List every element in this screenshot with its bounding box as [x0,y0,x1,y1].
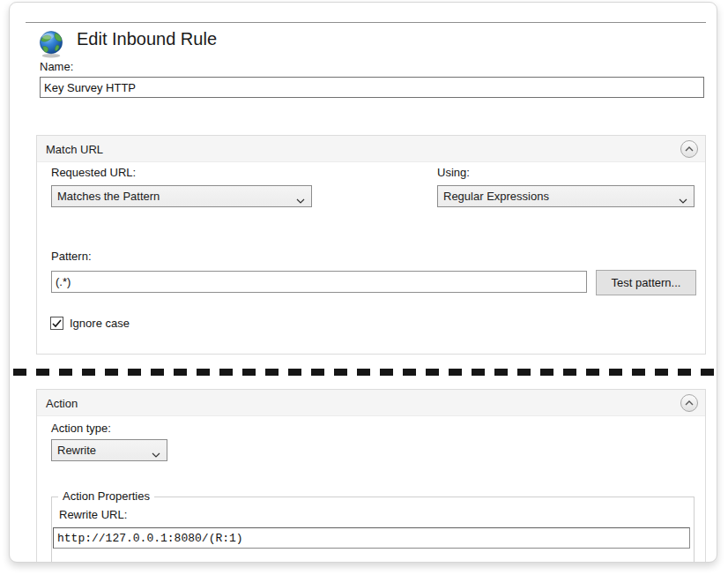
requested-url-select[interactable]: Matches the Pattern [51,185,312,207]
ignore-case-checkbox[interactable] [50,317,63,330]
page-title: Edit Inbound Rule [77,29,217,49]
match-url-header: Match URL [37,136,705,162]
name-label: Name: [40,60,73,73]
action-type-label: Action type: [51,422,111,435]
ignore-case-row: Ignore case [50,317,130,330]
requested-url-label: Requested URL: [51,166,136,179]
globe-icon [38,30,64,58]
action-properties-fieldset: Action Properties Rewrite URL: [51,497,695,563]
chevron-down-icon [152,447,160,460]
using-selected-value: Regular Expressions [443,190,549,203]
pattern-label: Pattern: [51,250,92,263]
edit-inbound-rule-dialog: Edit Inbound Rule Name: Match URL Reques… [9,2,717,563]
match-url-title: Match URL [46,143,103,156]
action-collapse-button[interactable] [680,394,698,412]
using-select[interactable]: Regular Expressions [437,185,695,207]
rewrite-url-input[interactable] [53,527,690,549]
rewrite-url-label: Rewrite URL: [59,508,127,521]
screenshot-cut-divider [13,369,715,376]
action-type-select[interactable]: Rewrite [51,439,167,461]
chevron-down-icon [296,193,305,206]
test-pattern-button[interactable]: Test pattern... [596,270,696,295]
match-url-collapse-button[interactable] [680,140,698,158]
requested-url-selected-value: Matches the Pattern [57,190,160,203]
name-input[interactable] [40,77,704,98]
action-header: Action [37,390,705,416]
pattern-input[interactable] [51,271,587,293]
match-url-section: Match URL Requested URL: Matches the Pat… [36,135,706,355]
action-type-selected-value: Rewrite [57,444,96,457]
ignore-case-label: Ignore case [70,317,130,330]
action-title: Action [46,397,78,410]
chevron-down-icon [679,193,687,206]
action-section: Action Action type: Rewrite Action Prope… [36,389,706,563]
chevron-up-icon [685,146,694,152]
chevron-up-icon [685,400,694,406]
checkmark-icon [52,319,62,328]
top-divider [26,22,706,23]
using-label: Using: [437,166,470,179]
action-properties-legend: Action Properties [58,489,154,503]
